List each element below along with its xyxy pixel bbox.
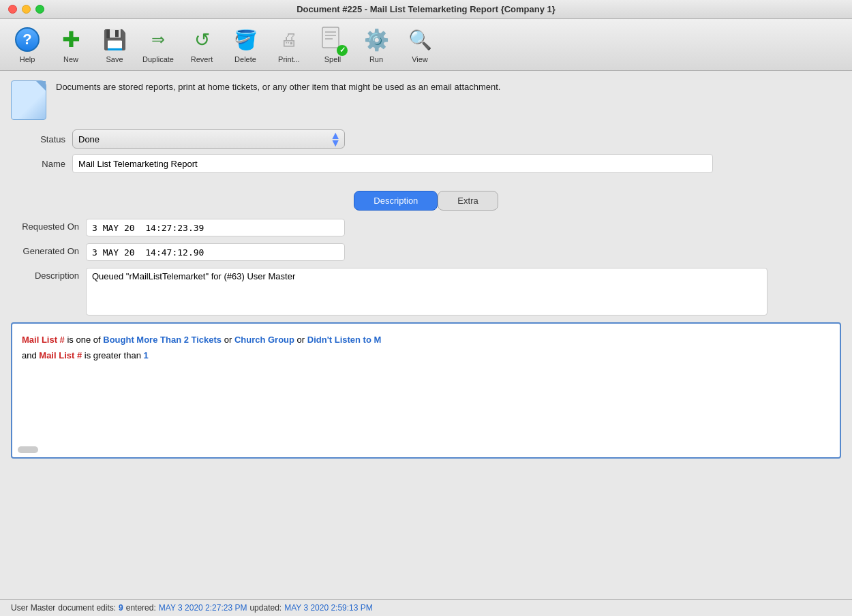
revert-icon: ↺	[188, 26, 215, 53]
description-textarea[interactable]: Queued "rMailListTelemarket" for (#63) U…	[86, 268, 767, 315]
save-label: Save	[106, 55, 123, 63]
spell-label: Spell	[324, 55, 341, 63]
maximize-button[interactable]	[35, 5, 44, 14]
duplicate-label: Duplicate	[142, 55, 174, 63]
minimize-button[interactable]	[22, 5, 31, 14]
criteria-num: 1	[144, 350, 149, 360]
run-button[interactable]: ⚙️ Run	[356, 23, 397, 66]
tab-extra[interactable]: Extra	[438, 191, 498, 211]
name-input[interactable]	[72, 154, 713, 173]
criteria-maillist2: Mail List #	[39, 350, 82, 360]
spell-button[interactable]: ✓ Spell	[312, 23, 353, 66]
status-select-wrapper: Done Pending Active Cancelled ▲▼	[72, 129, 345, 149]
toolbar: ? Help ✚ New 💾 Save ⇒ Duplicate ↺ Revert…	[0, 19, 852, 71]
statusbar-edits-label: document edits:	[58, 603, 116, 613]
criteria-link2[interactable]: Church Group	[234, 335, 294, 345]
criteria-text: Mail List # is one of Bought More Than 2…	[22, 332, 830, 364]
revert-label: Revert	[191, 55, 213, 63]
run-label: Run	[369, 55, 383, 63]
new-label: New	[63, 55, 78, 63]
statusbar-entered-label: entered:	[126, 603, 156, 613]
view-label: View	[412, 55, 428, 63]
help-label: Help	[20, 55, 35, 63]
help-icon: ?	[14, 26, 41, 53]
window-title: Document #225 - Mail List Telemarketing …	[296, 4, 556, 14]
criteria-box: Mail List # is one of Bought More Than 2…	[11, 322, 841, 459]
status-label: Status	[11, 134, 72, 144]
spell-icon: ✓	[319, 26, 346, 53]
close-button[interactable]	[8, 5, 17, 14]
delete-label: Delete	[234, 55, 256, 63]
name-row: Name	[11, 154, 841, 173]
generated-on-row: Generated On	[11, 243, 841, 261]
tab-description[interactable]: Description	[354, 191, 438, 211]
statusbar-user: User Master	[11, 603, 55, 613]
print-button[interactable]: 🖨 Print...	[269, 23, 309, 66]
content-area: Documents are stored reports, print at h…	[0, 71, 852, 599]
requested-on-row: Requested On	[11, 219, 841, 236]
generated-on-label: Generated On	[11, 243, 86, 256]
criteria-maillist1: Mail List #	[22, 335, 65, 345]
document-icon	[11, 80, 46, 120]
status-bar: User Master document edits: 9 entered: M…	[0, 599, 852, 616]
requested-on-input[interactable]	[86, 219, 345, 236]
help-button[interactable]: ? Help	[7, 23, 48, 66]
delete-button[interactable]: 🪣 Delete	[225, 23, 266, 66]
svg-rect-0	[322, 27, 339, 48]
statusbar-updated-label: updated:	[249, 603, 282, 613]
status-select[interactable]: Done Pending Active Cancelled	[72, 129, 345, 149]
criteria-link1[interactable]: Bought More Than 2 Tickets	[103, 335, 222, 345]
horizontal-scrollbar[interactable]	[18, 446, 38, 453]
view-button[interactable]: 🔍 View	[399, 23, 440, 66]
criteria-or2: or	[294, 335, 307, 345]
criteria-isone: is one of	[67, 335, 103, 345]
main-form: Requested On Generated On Description Qu…	[0, 219, 852, 315]
duplicate-icon: ⇒	[144, 26, 172, 53]
run-icon: ⚙️	[363, 26, 390, 53]
save-icon: 💾	[101, 26, 128, 53]
info-description: Documents are stored reports, print at h…	[56, 78, 500, 94]
print-label: Print...	[278, 55, 300, 63]
new-icon: ✚	[57, 26, 85, 53]
description-row: Description Queued "rMailListTelemarket"…	[11, 268, 841, 315]
title-bar: Document #225 - Mail List Telemarketing …	[0, 0, 852, 19]
window-controls	[8, 5, 44, 14]
statusbar-entered-value: MAY 3 2020 2:27:23 PM	[159, 603, 247, 613]
statusbar-updated-value: MAY 3 2020 2:59:13 PM	[284, 603, 373, 613]
new-button[interactable]: ✚ New	[50, 23, 91, 66]
form-section: Status Done Pending Active Cancelled ▲▼ …	[0, 127, 852, 184]
criteria-or1: or	[222, 335, 234, 345]
name-label: Name	[11, 159, 72, 169]
info-banner: Documents are stored reports, print at h…	[0, 71, 852, 127]
save-button[interactable]: 💾 Save	[94, 23, 135, 66]
requested-on-label: Requested On	[11, 219, 86, 232]
generated-on-input[interactable]	[86, 243, 345, 261]
tabs-row: Description Extra	[0, 191, 852, 211]
criteria-greater: is greater than	[82, 350, 143, 360]
status-row: Status Done Pending Active Cancelled ▲▼	[11, 129, 841, 149]
description-label: Description	[11, 268, 86, 281]
criteria-link3[interactable]: Didn't Listen to M	[307, 335, 382, 345]
duplicate-button[interactable]: ⇒ Duplicate	[138, 23, 179, 66]
statusbar-edits-count: 9	[119, 603, 123, 613]
view-icon: 🔍	[406, 26, 433, 53]
print-icon: 🖨	[275, 26, 303, 53]
revert-button[interactable]: ↺ Revert	[181, 23, 222, 66]
criteria-and: and	[22, 350, 39, 360]
delete-icon: 🪣	[232, 26, 259, 53]
